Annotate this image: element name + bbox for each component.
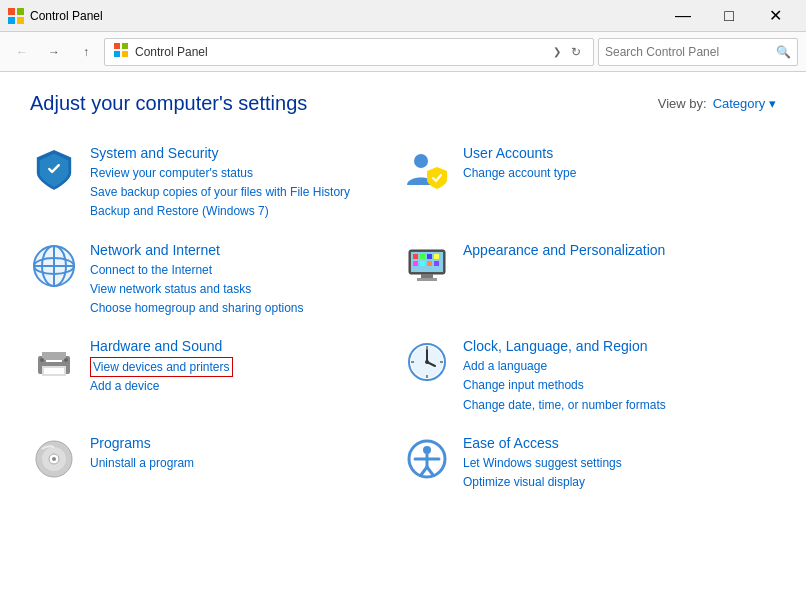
- category-hardware: Hardware and Sound View devices and prin…: [30, 328, 403, 425]
- category-programs: Programs Uninstall a program: [30, 425, 403, 502]
- svg-rect-18: [420, 254, 425, 259]
- svg-point-38: [425, 360, 429, 364]
- svg-rect-1: [17, 8, 24, 15]
- viewby-value[interactable]: Category ▾: [713, 96, 776, 111]
- programs-icon: [30, 435, 78, 483]
- address-chevron-icon: ❯: [553, 46, 561, 57]
- address-bar: ← → ↑ Control Panel ❯ ↻ 🔍: [0, 32, 806, 72]
- date-time-link[interactable]: Change date, time, or number formats: [463, 396, 666, 415]
- network-title[interactable]: Network and Internet: [90, 242, 303, 258]
- user-accounts-content: User Accounts Change account type: [463, 145, 576, 183]
- categories-grid: System and Security Review your computer…: [30, 135, 776, 502]
- svg-rect-21: [413, 261, 418, 266]
- svg-rect-5: [122, 43, 128, 49]
- svg-rect-2: [8, 17, 15, 24]
- svg-point-46: [52, 457, 56, 461]
- appearance-content: Appearance and Personalization: [463, 242, 665, 261]
- programs-title[interactable]: Programs: [90, 435, 194, 451]
- user-accounts-icon: [403, 145, 451, 193]
- svg-line-52: [427, 467, 433, 475]
- page-title: Adjust your computer's settings: [30, 92, 307, 115]
- visual-display-link[interactable]: Optimize visual display: [463, 473, 622, 492]
- system-security-content: System and Security Review your computer…: [90, 145, 350, 222]
- network-icon: [30, 242, 78, 290]
- svg-rect-30: [44, 368, 64, 374]
- hardware-content: Hardware and Sound View devices and prin…: [90, 338, 233, 396]
- svg-rect-6: [114, 51, 120, 57]
- title-bar: Control Panel — □ ✕: [0, 0, 806, 32]
- svg-rect-7: [122, 51, 128, 57]
- svg-rect-25: [421, 274, 433, 278]
- search-box[interactable]: 🔍: [598, 38, 798, 66]
- view-by-control: View by: Category ▾: [658, 96, 776, 111]
- windows-suggest-link[interactable]: Let Windows suggest settings: [463, 454, 622, 473]
- address-text: Control Panel: [135, 45, 547, 59]
- svg-rect-23: [427, 261, 432, 266]
- uninstall-link[interactable]: Uninstall a program: [90, 454, 194, 473]
- category-ease: Ease of Access Let Windows suggest setti…: [403, 425, 776, 502]
- programs-content: Programs Uninstall a program: [90, 435, 194, 473]
- up-button[interactable]: ↑: [72, 38, 100, 66]
- refresh-icon[interactable]: ↻: [567, 45, 585, 59]
- svg-point-33: [64, 358, 68, 362]
- ease-icon: [403, 435, 451, 483]
- category-appearance: Appearance and Personalization: [403, 232, 776, 329]
- svg-point-32: [40, 358, 44, 362]
- view-devices-link[interactable]: View devices and printers: [90, 357, 233, 377]
- viewby-label: View by:: [658, 96, 707, 111]
- svg-point-14: [34, 246, 74, 286]
- system-security-icon: [30, 145, 78, 193]
- svg-rect-26: [417, 278, 437, 281]
- address-icon: [113, 42, 129, 61]
- search-input[interactable]: [605, 45, 772, 59]
- add-device-link[interactable]: Add a device: [90, 377, 233, 396]
- appearance-title[interactable]: Appearance and Personalization: [463, 242, 665, 258]
- svg-rect-20: [434, 254, 439, 259]
- svg-rect-24: [434, 261, 439, 266]
- clock-title[interactable]: Clock, Language, and Region: [463, 338, 666, 354]
- category-system-security: System and Security Review your computer…: [30, 135, 403, 232]
- network-status-link[interactable]: View network status and tasks: [90, 280, 303, 299]
- svg-point-8: [414, 154, 428, 168]
- homegroup-link[interactable]: Choose homegroup and sharing options: [90, 299, 303, 318]
- input-methods-link[interactable]: Change input methods: [463, 376, 666, 395]
- svg-rect-22: [420, 261, 425, 266]
- backup-restore-link[interactable]: Backup and Restore (Windows 7): [90, 202, 350, 221]
- hardware-icon: [30, 338, 78, 386]
- back-button[interactable]: ←: [8, 38, 36, 66]
- svg-rect-3: [17, 17, 24, 24]
- network-content: Network and Internet Connect to the Inte…: [90, 242, 303, 319]
- svg-rect-17: [413, 254, 418, 259]
- category-clock: Clock, Language, and Region Add a langua…: [403, 328, 776, 425]
- minimize-button[interactable]: —: [660, 0, 706, 32]
- svg-rect-31: [46, 360, 62, 362]
- svg-rect-19: [427, 254, 432, 259]
- category-network: Network and Internet Connect to the Inte…: [30, 232, 403, 329]
- appearance-icon: [403, 242, 451, 290]
- change-account-link[interactable]: Change account type: [463, 164, 576, 183]
- add-language-link[interactable]: Add a language: [463, 357, 666, 376]
- main-content: Adjust your computer's settings View by:…: [0, 72, 806, 605]
- address-box[interactable]: Control Panel ❯ ↻: [104, 38, 594, 66]
- app-icon: [8, 8, 24, 24]
- review-status-link[interactable]: Review your computer's status: [90, 164, 350, 183]
- main-header: Adjust your computer's settings View by:…: [30, 92, 776, 115]
- forward-button[interactable]: →: [40, 38, 68, 66]
- close-button[interactable]: ✕: [752, 0, 798, 32]
- connect-internet-link[interactable]: Connect to the Internet: [90, 261, 303, 280]
- svg-rect-4: [114, 43, 120, 49]
- svg-rect-0: [8, 8, 15, 15]
- file-history-link[interactable]: Save backup copies of your files with Fi…: [90, 183, 350, 202]
- window-title: Control Panel: [30, 9, 660, 23]
- clock-icon: [403, 338, 451, 386]
- system-security-title[interactable]: System and Security: [90, 145, 350, 161]
- ease-content: Ease of Access Let Windows suggest setti…: [463, 435, 622, 492]
- window-controls: — □ ✕: [660, 0, 798, 32]
- category-user-accounts: User Accounts Change account type: [403, 135, 776, 232]
- user-accounts-title[interactable]: User Accounts: [463, 145, 576, 161]
- hardware-title[interactable]: Hardware and Sound: [90, 338, 233, 354]
- search-icon: 🔍: [776, 45, 791, 59]
- maximize-button[interactable]: □: [706, 0, 752, 32]
- ease-title[interactable]: Ease of Access: [463, 435, 622, 451]
- svg-rect-28: [42, 352, 66, 360]
